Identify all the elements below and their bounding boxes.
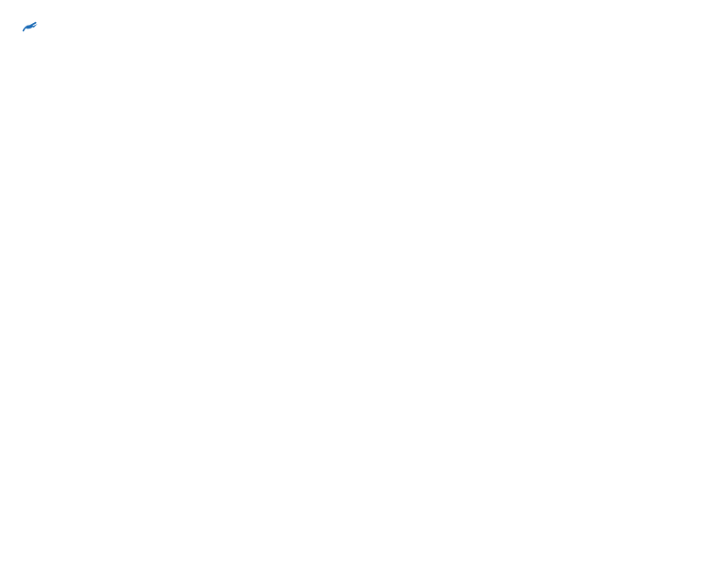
page-header <box>18 18 710 37</box>
logo-bird-icon <box>20 18 39 37</box>
logo <box>18 18 39 37</box>
